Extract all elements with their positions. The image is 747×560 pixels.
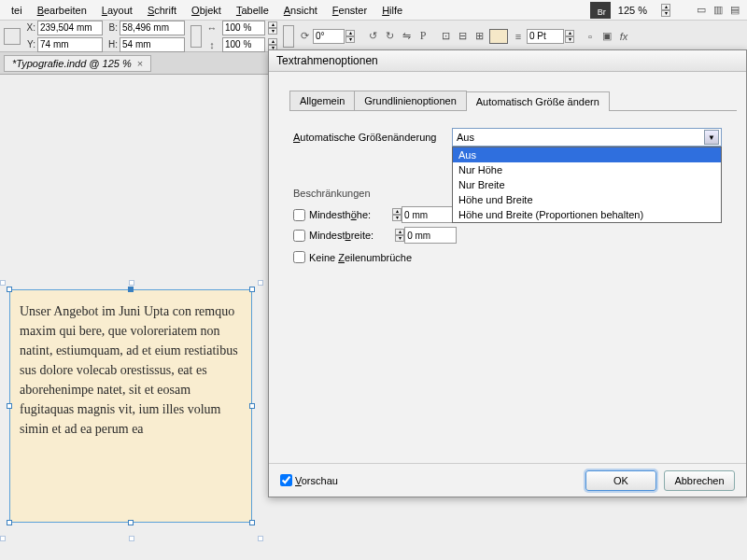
resize-handle[interactable] bbox=[128, 520, 134, 525]
fx-icon[interactable]: fx bbox=[616, 29, 631, 44]
min-width-label: Mindestbreite: bbox=[309, 230, 374, 241]
preview-checkbox[interactable] bbox=[280, 474, 292, 486]
scale-x-icon: ↔ bbox=[204, 21, 219, 35]
menu-edit[interactable]: Bearbeiten bbox=[30, 3, 94, 18]
min-height-stepper[interactable]: ▴▾ bbox=[392, 208, 402, 221]
menu-type[interactable]: Schrift bbox=[140, 3, 184, 18]
autosize-label: Automatische Größenänderung bbox=[293, 132, 452, 143]
autosize-option[interactable]: Höhe und Breite bbox=[453, 192, 721, 207]
constrain-scale-icon[interactable] bbox=[283, 25, 294, 48]
y-field[interactable] bbox=[37, 37, 103, 52]
stroke-weight-icon: ≡ bbox=[511, 29, 526, 44]
resize-handle[interactable] bbox=[249, 403, 255, 409]
resize-handle[interactable] bbox=[128, 287, 134, 292]
autosize-combo[interactable]: Aus ▼ Aus Nur Höhe Nur Breite Höhe und B… bbox=[452, 128, 722, 147]
reference-point[interactable] bbox=[4, 28, 21, 45]
min-height-field[interactable] bbox=[402, 206, 454, 223]
arrange-icon[interactable]: ▥ bbox=[711, 3, 726, 18]
cancel-button[interactable]: Abbrechen bbox=[664, 470, 735, 491]
x-field[interactable] bbox=[37, 21, 103, 35]
autosize-dropdown: Aus Nur Höhe Nur Breite Höhe und Breite … bbox=[452, 147, 722, 223]
text-frame[interactable]: Unser Angebot im Juni Upta con remquo ma… bbox=[9, 289, 252, 523]
dialog-footer: Vorschau OK Abbrechen bbox=[269, 463, 746, 497]
menu-help[interactable]: Hilfe bbox=[374, 3, 410, 18]
ok-button[interactable]: OK bbox=[585, 470, 656, 491]
tab-general[interactable]: Allgemein bbox=[289, 91, 355, 110]
tab-baseline[interactable]: Grundlinienoptionen bbox=[354, 91, 466, 110]
rotate-icon: ⟳ bbox=[297, 29, 312, 44]
margin-handle[interactable] bbox=[129, 536, 134, 541]
min-height-checkbox[interactable] bbox=[293, 209, 305, 221]
effects-icon[interactable]: ▫ bbox=[583, 29, 598, 44]
menu-table[interactable]: Tabelle bbox=[229, 3, 276, 18]
resize-handle[interactable] bbox=[249, 287, 255, 292]
view-options-icon[interactable]: ▤ bbox=[727, 3, 742, 18]
resize-handle[interactable] bbox=[7, 403, 12, 409]
bridge-icon[interactable]: Br bbox=[590, 2, 611, 19]
min-height-label: Mindesthöhe: bbox=[309, 209, 371, 220]
preview-label: Vorschau bbox=[295, 475, 338, 486]
margin-handle[interactable] bbox=[258, 536, 263, 541]
autosize-option[interactable]: Höhe und Breite (Proportionen behalten) bbox=[453, 207, 721, 222]
menu-view[interactable]: Ansicht bbox=[276, 3, 325, 18]
fill-swatch[interactable] bbox=[489, 29, 508, 44]
autosize-option[interactable]: Nur Breite bbox=[453, 177, 721, 192]
resize-handle[interactable] bbox=[7, 287, 12, 292]
scale-y-icon: ↕ bbox=[204, 37, 219, 52]
rotate-ccw-icon[interactable]: ↺ bbox=[365, 29, 380, 44]
stroke-field[interactable] bbox=[527, 29, 564, 44]
document-tab-label: *Typografie.indd @ 125 % bbox=[12, 58, 132, 69]
menu-object[interactable]: Objekt bbox=[184, 3, 229, 18]
text-frame-options-dialog: Textrahmenoptionen Allgemein Grundlinien… bbox=[268, 49, 747, 497]
resize-handle[interactable] bbox=[7, 520, 12, 525]
menu-file[interactable]: tei bbox=[4, 3, 30, 18]
scale-y-field[interactable] bbox=[222, 37, 265, 52]
no-linebreaks-label: Keine Zeilenumbrüche bbox=[309, 252, 412, 263]
margin-handle[interactable] bbox=[0, 536, 6, 541]
min-width-checkbox[interactable] bbox=[293, 230, 305, 242]
scale-x-field[interactable] bbox=[222, 21, 265, 35]
select-content-icon[interactable]: ⊟ bbox=[455, 29, 470, 44]
resize-handle[interactable] bbox=[249, 520, 255, 525]
text-frame-content: Unser Angebot im Juni Upta con remquo ma… bbox=[10, 290, 251, 450]
screen-mode-icon[interactable]: ▭ bbox=[694, 3, 709, 18]
w-field[interactable] bbox=[120, 21, 185, 35]
close-tab-icon[interactable]: × bbox=[137, 58, 143, 69]
select-container-icon[interactable]: ⊡ bbox=[438, 29, 453, 44]
min-width-field[interactable] bbox=[404, 227, 457, 244]
autosize-value: Aus bbox=[457, 132, 474, 143]
tab-autosize[interactable]: Automatisch Größe ändern bbox=[466, 91, 610, 111]
min-width-stepper[interactable]: ▴▾ bbox=[395, 229, 404, 242]
p-icon[interactable]: P bbox=[416, 29, 430, 44]
wrap-icon[interactable]: ▣ bbox=[599, 29, 614, 44]
menu-window[interactable]: Fenster bbox=[325, 3, 374, 18]
autosize-option[interactable]: Aus bbox=[453, 147, 721, 162]
document-tab[interactable]: *Typografie.indd @ 125 % × bbox=[4, 55, 151, 72]
zoom-level[interactable]: 125 % bbox=[613, 5, 653, 16]
rotate-field[interactable] bbox=[313, 29, 345, 44]
margin-handle[interactable] bbox=[129, 280, 134, 286]
zoom-stepper[interactable]: ▴▾ bbox=[654, 2, 678, 19]
h-field[interactable] bbox=[120, 37, 185, 52]
dialog-title: Textrahmenoptionen bbox=[269, 50, 746, 72]
constrain-wh-icon[interactable] bbox=[190, 25, 202, 48]
flip-h-icon[interactable]: ⇋ bbox=[399, 29, 414, 44]
menu-bar: tei Bearbeiten Layout Schrift Objekt Tab… bbox=[0, 0, 747, 21]
no-linebreaks-checkbox[interactable] bbox=[293, 251, 305, 263]
fit-content-icon[interactable]: ⊞ bbox=[472, 29, 486, 44]
dialog-tabs: Allgemein Grundlinienoptionen Automatisc… bbox=[289, 91, 737, 111]
autosize-panel: Automatische Größenänderung Aus ▼ Aus Nu… bbox=[278, 111, 737, 284]
control-panel: X: Y: B: H: ↔▴▾ ↕▴▾ ⟳ ▴▾ ↺ ↻ ⇋ P ⊡ ⊟ ⊞ ≡… bbox=[0, 21, 747, 52]
menu-layout[interactable]: Layout bbox=[94, 3, 140, 18]
autosize-option[interactable]: Nur Höhe bbox=[453, 162, 721, 177]
margin-handle[interactable] bbox=[258, 280, 263, 286]
margin-handle[interactable] bbox=[0, 280, 6, 286]
rotate-cw-icon[interactable]: ↻ bbox=[382, 29, 397, 44]
chevron-down-icon[interactable]: ▼ bbox=[704, 130, 719, 145]
